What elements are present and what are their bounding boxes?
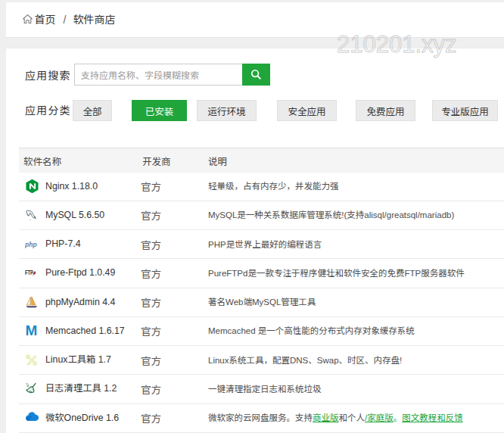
svg-text:FTP: FTP [25,269,33,278]
svg-text:M: M [25,324,37,338]
svg-text:php: php [25,241,37,248]
